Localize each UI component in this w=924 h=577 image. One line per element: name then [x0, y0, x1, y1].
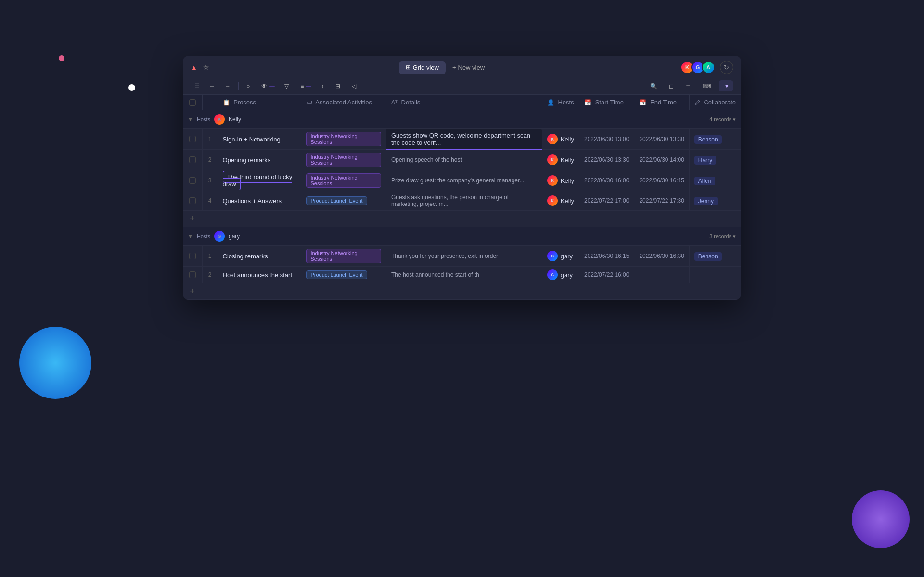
row-checkbox[interactable]: [189, 136, 196, 142]
activity-cell[interactable]: Product Launch Event: [301, 191, 386, 211]
app-star-icon[interactable]: ☆: [203, 64, 209, 71]
host-cell: K Kelly: [542, 170, 579, 191]
form-button[interactable]: ◻: [665, 81, 680, 91]
detail-text: Guests ask questions, the person in char…: [391, 194, 509, 207]
add-row-cell[interactable]: +: [183, 211, 741, 227]
process-text: Questions + Answers: [223, 197, 282, 205]
activity-cell[interactable]: Industry Networking Sessions: [301, 129, 386, 150]
app-title-row: ▲ ☆: [191, 64, 209, 71]
row-checkbox-cell: [183, 191, 202, 211]
process-cell[interactable]: Host announces the start: [218, 267, 301, 283]
collab-badge: Harry: [694, 156, 716, 165]
row-checkbox-cell: [183, 129, 202, 150]
find-button[interactable]: 🔍: [646, 81, 663, 91]
host-avatar: K: [547, 195, 558, 206]
end-time-cell: 2022/06/30 16:15: [634, 170, 689, 191]
group-name: gary: [229, 233, 240, 240]
share-button[interactable]: ◁: [348, 81, 362, 91]
row-checkbox[interactable]: [189, 197, 196, 204]
search-icon: 🔍: [650, 83, 657, 90]
insert-record-button[interactable]: ○: [243, 81, 256, 91]
table-row[interactable]: 3 The third round of lucky draw Industry…: [183, 170, 741, 191]
process-cell[interactable]: Opening remarks: [218, 150, 301, 170]
process-cell[interactable]: Questions + Answers: [218, 191, 301, 211]
detail-cell[interactable]: Guests show QR code, welcome department …: [386, 129, 542, 150]
detail-cell[interactable]: Guests ask questions, the person in char…: [386, 191, 542, 211]
activity-cell[interactable]: Product Launch Event: [301, 267, 386, 283]
table-row[interactable]: 2 Host announces the start Product Launc…: [183, 267, 741, 283]
hero-section: [0, 0, 924, 56]
tab-grid-view[interactable]: ⊞ Grid view: [399, 61, 446, 74]
group-toggle[interactable]: ▼: [188, 233, 193, 239]
host-cell: G gary: [542, 246, 579, 267]
detail-cell[interactable]: Opening speech of the host: [386, 150, 542, 170]
activity-tag: Product Launch Event: [306, 270, 367, 279]
host-name: Kelly: [561, 156, 574, 164]
add-row-group-1[interactable]: +: [183, 283, 741, 300]
start-col-icon: 📅: [584, 99, 591, 106]
header-checkbox[interactable]: [189, 99, 196, 106]
th-checkbox: [183, 95, 202, 110]
group-badge: [306, 86, 311, 87]
sync-button[interactable]: ↻: [720, 61, 733, 74]
filter-button[interactable]: ▽: [281, 81, 295, 91]
activity-cell[interactable]: Industry Networking Sessions: [301, 246, 386, 267]
collab-badge: Benson: [694, 252, 722, 261]
group-button[interactable]: ≡: [296, 81, 315, 91]
table-row[interactable]: 1 Sign-in + Networking Industry Networki…: [183, 129, 741, 150]
row-checkbox[interactable]: [189, 271, 196, 278]
hidden-fields-button[interactable]: 👁: [257, 81, 279, 91]
undo-icon: ←: [209, 83, 215, 90]
row-height-button[interactable]: ⊟: [332, 81, 346, 91]
advanced-button[interactable]: ▾: [719, 80, 733, 91]
activity-cell[interactable]: Industry Networking Sessions: [301, 170, 386, 191]
api-button[interactable]: ⌨: [699, 81, 717, 91]
app-header-right: K G A ↻: [680, 61, 733, 74]
process-text: Closing remarks: [223, 253, 268, 260]
activity-tag: Industry Networking Sessions: [306, 153, 381, 167]
group-header-kelly-group: ▼ Hosts K Kelly 4 records ▾: [183, 110, 741, 129]
start-time-cell: 2022/06/30 13:30: [579, 150, 634, 170]
data-table: 📋 Process 🏷 Associated Activities Aᵀ Det…: [183, 95, 741, 300]
detail-cell[interactable]: Thank you for your presence, exit in ord…: [386, 246, 542, 267]
group-toggle[interactable]: ▼: [188, 116, 193, 122]
table-row[interactable]: 4 Questions + Answers Product Launch Eve…: [183, 191, 741, 211]
mirror-button[interactable]: ⫧: [681, 81, 697, 91]
redo-button[interactable]: →: [221, 81, 234, 91]
detail-cell[interactable]: The host announced the start of th: [386, 267, 542, 283]
row-number: 2: [202, 267, 218, 283]
table-row[interactable]: 1 Closing remarks Industry Networking Se…: [183, 246, 741, 267]
sort-button[interactable]: ↕: [317, 81, 330, 91]
row-checkbox[interactable]: [189, 156, 196, 163]
host-cell: K Kelly: [542, 129, 579, 150]
sort-icon: ↕: [321, 83, 324, 90]
grid-icon: ⊞: [406, 64, 411, 71]
process-cell[interactable]: Closing remarks: [218, 246, 301, 267]
share-icon: ◁: [352, 83, 356, 90]
decorative-circle-blue: [19, 327, 91, 399]
app-window: ▲ ☆ ⊞ Grid view + New view K: [183, 56, 741, 300]
table-row[interactable]: 2 Opening remarks Industry Networking Se…: [183, 150, 741, 170]
collapse-toolbar-button[interactable]: ☰: [191, 81, 204, 91]
host-cell: G gary: [542, 267, 579, 283]
activity-cell[interactable]: Industry Networking Sessions: [301, 150, 386, 170]
th-end: 📅 End Time: [634, 95, 689, 110]
process-cell[interactable]: Sign-in + Networking: [218, 129, 301, 150]
detail-cell[interactable]: Prize draw guest: the company's general …: [386, 170, 542, 191]
add-row-group-0[interactable]: +: [183, 211, 741, 227]
process-text: The third round of lucky draw: [223, 171, 293, 190]
process-cell[interactable]: The third round of lucky draw: [218, 170, 301, 191]
group-host-label: Hosts: [197, 116, 210, 122]
th-collab: 🖊 Collaborato: [689, 95, 741, 110]
group-header-cell: ▼ Hosts G gary 3 records ▾: [183, 227, 741, 246]
group-records-count: 3 records ▾: [709, 233, 736, 240]
add-row-cell[interactable]: +: [183, 283, 741, 300]
host-name: Kelly: [561, 197, 574, 205]
start-time-cell: 2022/06/30 13:00: [579, 129, 634, 150]
row-checkbox[interactable]: [189, 177, 196, 184]
undo-button[interactable]: ←: [205, 81, 219, 91]
new-view-button[interactable]: + New view: [447, 61, 490, 74]
start-time-cell: 2022/06/30 16:00: [579, 170, 634, 191]
th-activities: 🏷 Associated Activities: [301, 95, 386, 110]
row-checkbox[interactable]: [189, 253, 196, 259]
